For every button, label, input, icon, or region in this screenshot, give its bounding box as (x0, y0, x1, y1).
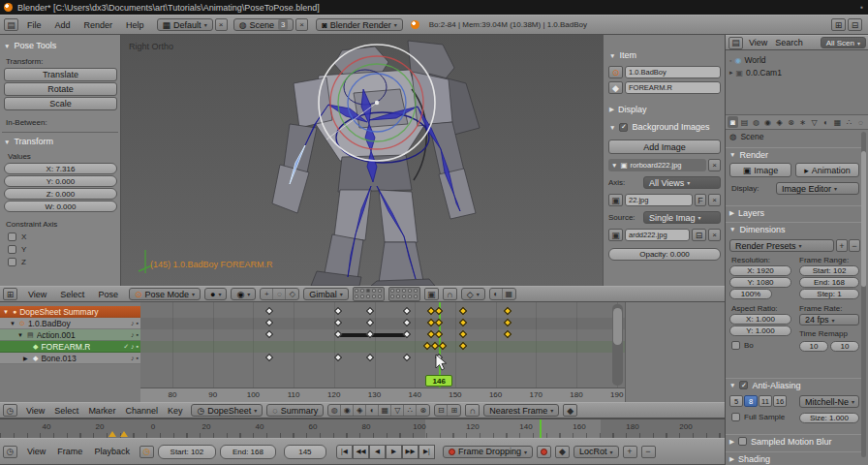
image-icon[interactable]: ▣ (608, 194, 623, 206)
checkbox[interactable] (738, 437, 747, 446)
menu-item[interactable]: Select (53, 290, 91, 299)
filter-particles-icon[interactable]: ∴ (404, 405, 417, 416)
scene-tab[interactable]: ◍ (751, 116, 761, 128)
dopesheet-scrollbar[interactable] (612, 304, 623, 386)
transform-value-field[interactable]: Z: 0.000 (4, 188, 117, 200)
layers-widget[interactable] (388, 287, 420, 301)
play-button[interactable]: ▶ (386, 445, 402, 459)
collapse-triangle-icon[interactable]: ▼ (729, 151, 735, 158)
collapse-triangle-icon[interactable]: ▼ (729, 382, 735, 388)
expand-triangle-icon[interactable]: ▶ (729, 209, 734, 217)
expand-triangle-icon[interactable]: ▶ (729, 438, 734, 446)
transform-value-field[interactable]: W: 0.000 (4, 201, 117, 212)
remove-image-button[interactable]: × (708, 159, 721, 171)
keyframe-diamond[interactable] (504, 330, 512, 338)
keyframe-diamond[interactable] (435, 307, 443, 315)
sync-mode-dropdown[interactable]: Frame Dropping ▾ (443, 446, 533, 458)
source-dropdown[interactable]: Single Imag ▾ (643, 211, 721, 224)
dopesheet-channel[interactable]: ▶◆Bone.013♪▪ (0, 353, 140, 364)
transform-value-field[interactable]: Y: 0.000 (4, 175, 117, 187)
image-file-field[interactable]: 22.jpg (625, 194, 693, 206)
frame-step-field[interactable]: Step: 1 (799, 289, 859, 299)
snap-magnet-icon[interactable]: ∩ (443, 288, 457, 300)
filter-shape-icon[interactable]: ▽ (391, 405, 404, 416)
expand-icon[interactable]: ▼ (3, 309, 10, 315)
bone-name-field[interactable]: FOREARM.R (625, 81, 721, 94)
aspect-x-field[interactable]: X: 1.000 (729, 314, 791, 325)
aa-sample-8[interactable]: 8 (744, 395, 758, 407)
keyframe-diamond[interactable] (334, 307, 342, 315)
snap-magnet-icon[interactable]: ∩ (465, 404, 480, 417)
snap-mode-dropdown[interactable]: Nearest Frame ▾ (483, 404, 559, 417)
pivot-point-dropdown[interactable]: ◉▾ (231, 288, 256, 300)
render-engine-selector[interactable]: ◙ Blender Render ▾ (316, 18, 403, 31)
3d-viewport[interactable]: Right Ortho (145) 1.0.BadBoy FOREARM.R (121, 35, 603, 286)
layers-widget[interactable] (353, 287, 385, 301)
render-still-icon[interactable]: ◐ (490, 289, 503, 299)
previous-keyframe-button[interactable]: ◀◀ (353, 445, 369, 459)
render-panel-header[interactable]: ▼ Render (726, 147, 863, 161)
image-icon[interactable]: ▣ (608, 229, 623, 241)
filter-scene-icon[interactable]: ◍ (328, 405, 341, 416)
close-layout-button[interactable]: × (215, 18, 228, 31)
resolution-y-field[interactable]: Y: 1080 (729, 277, 791, 288)
aa-sample-16[interactable]: 16 (773, 395, 787, 407)
keyframe-diamond[interactable] (459, 307, 467, 315)
transform-panel-header[interactable]: ▼ Transform (4, 137, 53, 146)
transform-value-field[interactable]: X: 7.316 (4, 163, 117, 174)
expand-icon[interactable]: ▼ (10, 321, 16, 326)
collapse-triangle-icon[interactable]: ▼ (729, 226, 735, 232)
menu-item[interactable]: Search (771, 38, 807, 47)
menu-item[interactable]: View (21, 290, 53, 299)
menu-item[interactable]: View (21, 406, 49, 416)
expand-icon[interactable]: ▸ (729, 69, 733, 77)
mode-dropdown[interactable]: ⊙ Pose Mode ▾ (129, 288, 201, 300)
collapse-triangle-icon[interactable]: ▼ (4, 43, 10, 49)
render-presets-dropdown[interactable]: Render Presets ▾ (729, 239, 834, 252)
snap-element-dropdown[interactable]: ◇▾ (461, 288, 485, 300)
aa-filter-dropdown[interactable]: Mitchell-Ne ▾ (799, 395, 859, 408)
world-tab[interactable]: ◉ (762, 116, 773, 128)
render-layers-tab[interactable]: ▤ (739, 116, 750, 128)
keyframe-type-icon[interactable]: ◆ (563, 404, 577, 417)
next-keyframe-button[interactable]: ▶▶ (402, 445, 418, 459)
menu-item[interactable]: Key (163, 406, 188, 416)
editor-type-icon[interactable]: ◷ (3, 446, 17, 458)
aspect-y-field[interactable]: Y: 1.000 (729, 326, 791, 336)
outliner-scope-dropdown[interactable]: All Scen ▾ (821, 37, 866, 48)
opacity-slider[interactable]: Opacity: 0.000 (608, 248, 721, 261)
background-images-panel-header[interactable]: ▼ ✓ Background Images (609, 122, 709, 132)
dot-icon[interactable]: ◦ (729, 57, 731, 64)
expand-triangle-icon[interactable]: ▶ (729, 455, 734, 463)
checkbox[interactable] (731, 413, 740, 421)
display-dropdown[interactable]: Image Editor ▾ (776, 182, 859, 195)
properties-scrollbar[interactable] (861, 132, 866, 457)
pose-tools-panel-header[interactable]: ▼ Pose Tools (4, 41, 56, 50)
keyframe-diamond[interactable] (366, 307, 374, 315)
lock-icon[interactable]: ▣ (424, 288, 439, 300)
filter-texture-icon[interactable]: ▦ (379, 405, 391, 416)
axis-checkbox-row[interactable]: Y (8, 245, 26, 254)
dopesheet-channel[interactable]: ▼●DopeSheet Summary (0, 306, 140, 318)
aa-sample-5[interactable]: 5 (729, 395, 743, 407)
axis-dropdown[interactable]: All Views ▾ (643, 176, 721, 189)
layers-panel-header[interactable]: ▶ Layers (726, 205, 863, 219)
menu-item[interactable]: Channel (120, 406, 163, 416)
render-anim-icon[interactable]: ▦ (503, 289, 515, 299)
unlink-button[interactable]: × (708, 229, 721, 241)
add-preset-button[interactable]: + (836, 239, 848, 252)
resolution-percent-field[interactable]: 100% (729, 289, 772, 299)
collapse-triangle-icon[interactable]: ▼ (609, 52, 615, 59)
frame-start-field[interactable]: Start: 102 (799, 265, 859, 276)
render-tab[interactable]: ◙ (728, 116, 738, 128)
remap-old-field[interactable]: 10 (799, 341, 828, 352)
expand-icon[interactable]: ▼ (17, 332, 24, 338)
remap-new-field[interactable]: 10 (830, 341, 859, 352)
fake-user-button[interactable]: F (695, 194, 706, 206)
filter-material-icon[interactable]: ◐ (366, 405, 379, 416)
channel-toggle-icon[interactable]: ▪ (137, 355, 139, 361)
channel-toggle-icon[interactable]: ✓ (123, 343, 129, 351)
dimensions-panel-header[interactable]: ▼ Dimensions (726, 222, 863, 235)
pose-tool-button[interactable]: Rotate (4, 82, 117, 96)
checkbox[interactable] (731, 341, 740, 350)
